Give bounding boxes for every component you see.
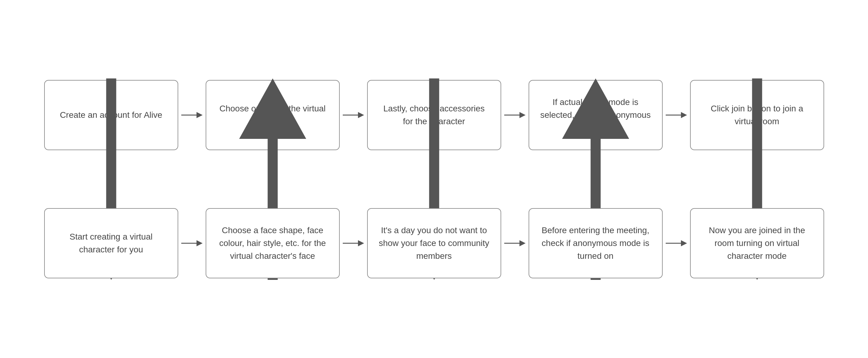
box-no-face-text: It's a day you do not want to show your …: [379, 224, 490, 263]
svg-marker-3: [358, 112, 364, 118]
box-joined-room-text: Now you are joined in the room turning o…: [702, 224, 812, 263]
right-arrow-icon-4: [666, 109, 687, 121]
arrow-down-1: [44, 168, 178, 190]
svg-marker-25: [681, 240, 687, 246]
arrow-h-7-8: [340, 237, 367, 249]
svg-marker-1: [196, 112, 203, 118]
spacer-1: [178, 168, 206, 190]
box-check-anonymous: Before entering the meeting, check if an…: [529, 208, 663, 278]
right-arrow-icon-7: [504, 237, 526, 249]
bottom-row: Start creating a virtual character for y…: [44, 208, 824, 278]
svg-marker-21: [358, 240, 364, 246]
svg-marker-5: [520, 112, 526, 118]
box-joined-room: Now you are joined in the room turning o…: [690, 208, 824, 278]
svg-marker-11: [239, 78, 306, 139]
box-no-face: It's a day you do not want to show your …: [367, 208, 501, 278]
box-face-shape-text: Choose a face shape, face colour, hair s…: [217, 224, 328, 263]
svg-marker-7: [681, 112, 687, 118]
box-face-shape: Choose a face shape, face colour, hair s…: [206, 208, 340, 278]
arrow-up-2: [206, 168, 340, 190]
box-start-creating-text: Start creating a virtual character for y…: [56, 230, 167, 256]
box-start-creating: Start creating a virtual character for y…: [44, 208, 178, 278]
arrow-down-5: [690, 168, 824, 190]
spacer-3: [501, 168, 529, 190]
svg-marker-19: [196, 240, 203, 246]
right-arrow-icon-1: [181, 109, 203, 121]
box-check-anonymous-text: Before entering the meeting, check if an…: [540, 224, 651, 263]
arrow-h-2-3: [340, 109, 367, 121]
arrow-h-9-10: [663, 237, 690, 249]
right-arrow-icon-8: [666, 237, 687, 249]
arrow-h-3-4: [501, 109, 529, 121]
arrow-h-4-5: [663, 109, 690, 121]
connector-row: [44, 168, 824, 190]
spacer-4: [663, 168, 690, 190]
spacer-2: [340, 168, 367, 190]
right-arrow-icon-6: [343, 237, 364, 249]
right-arrow-icon-3: [504, 109, 526, 121]
svg-marker-15: [562, 78, 629, 139]
right-arrow-icon-5: [181, 237, 203, 249]
diagram-container: Create an account for Alive Choose outfi…: [26, 62, 842, 297]
arrow-up-4: [529, 168, 663, 190]
svg-marker-23: [520, 240, 526, 246]
arrow-down-3: [367, 168, 501, 190]
arrow-h-1-2: [178, 109, 206, 121]
arrow-h-8-9: [501, 237, 529, 249]
arrow-h-6-7: [178, 237, 206, 249]
right-arrow-icon-2: [343, 109, 364, 121]
